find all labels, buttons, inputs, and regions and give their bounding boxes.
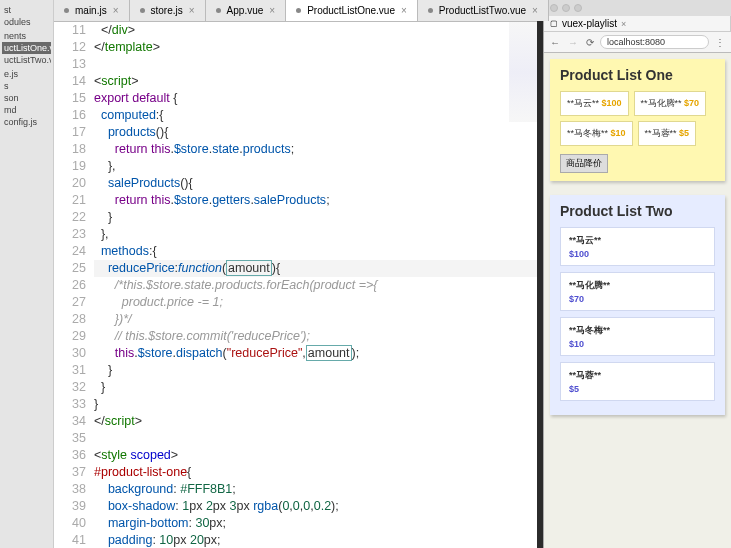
product-list-two: Product List Two **马云**$100**马化腾**$70**马… — [550, 195, 725, 415]
close-dot[interactable] — [550, 4, 558, 12]
file-icon — [296, 8, 301, 13]
product-grid: **马云** $100**马化腾** $70**马冬梅** $10**马蓉** … — [560, 91, 715, 146]
code-editor: main.js×store.js×App.vue×ProductListOne.… — [54, 0, 537, 548]
editor-tabs: main.js×store.js×App.vue×ProductListOne.… — [54, 0, 537, 22]
product-list-item: **马冬梅**$10 — [560, 317, 715, 356]
product-price: $5 — [569, 384, 706, 394]
file-tree-item[interactable]: son — [2, 92, 51, 104]
address-bar[interactable]: localhost:8080 — [600, 35, 709, 49]
product-price: $10 — [569, 339, 706, 349]
close-icon[interactable]: × — [189, 5, 195, 16]
browser-pane: ▢ vuex-playlist × ← → ⟳ localhost:8080 ⋮… — [543, 0, 731, 548]
product-name: **马冬梅** — [569, 324, 706, 337]
close-icon[interactable]: × — [269, 5, 275, 16]
product-card: **马化腾** $70 — [634, 91, 707, 116]
reduce-price-button[interactable]: 商品降价 — [560, 154, 608, 173]
product-list-item: **马蓉**$5 — [560, 362, 715, 401]
tab-label: App.vue — [227, 5, 264, 16]
line-gutter: 1112131415161718192021222324252627282930… — [54, 22, 94, 548]
close-icon[interactable]: × — [532, 5, 538, 16]
editor-tab[interactable]: App.vue× — [206, 0, 287, 21]
product-price: $100 — [602, 98, 622, 108]
editor-tab[interactable]: main.js× — [54, 0, 130, 21]
file-tree-item[interactable]: nents — [2, 30, 51, 42]
close-icon[interactable]: × — [621, 19, 626, 29]
product-price: $70 — [569, 294, 706, 304]
file-tree-item[interactable]: odules — [2, 16, 51, 28]
file-tree-item[interactable]: config.js — [2, 116, 51, 128]
close-icon[interactable]: × — [113, 5, 119, 16]
file-icon — [428, 8, 433, 13]
back-icon[interactable]: ← — [548, 37, 562, 48]
file-tree-item[interactable]: uctListOne.vue — [2, 42, 51, 54]
product-name: **马化腾** — [641, 98, 682, 108]
product-list-item: **马化腾**$70 — [560, 272, 715, 311]
max-dot[interactable] — [574, 4, 582, 12]
browser-tab-bar: ▢ vuex-playlist × — [544, 16, 731, 31]
product-list-one: Product List One **马云** $100**马化腾** $70*… — [550, 59, 725, 181]
browser-tab-title: vuex-playlist — [562, 18, 617, 29]
tab-icon: ▢ — [550, 19, 558, 28]
file-icon — [140, 8, 145, 13]
editor-tab[interactable]: store.js× — [130, 0, 206, 21]
product-price: $5 — [679, 128, 689, 138]
forward-icon[interactable]: → — [566, 37, 580, 48]
product-name: **马蓉** — [569, 369, 706, 382]
file-explorer[interactable]: stodulesnentsuctListOne.vueuctListTwo.vu… — [0, 0, 54, 548]
panel-title: Product List Two — [560, 203, 715, 219]
file-tree-item[interactable]: s — [2, 80, 51, 92]
tab-label: store.js — [151, 5, 183, 16]
product-name: **马化腾** — [569, 279, 706, 292]
product-card: **马冬梅** $10 — [560, 121, 633, 146]
product-price: $100 — [569, 249, 706, 259]
browser-chrome: ▢ vuex-playlist × ← → ⟳ localhost:8080 ⋮ — [544, 0, 731, 53]
browser-tab[interactable]: ▢ vuex-playlist × — [544, 16, 731, 31]
tab-label: ProductListOne.vue — [307, 5, 395, 16]
tab-label: ProductListTwo.vue — [439, 5, 526, 16]
file-tree-item[interactable]: e.js — [2, 68, 51, 80]
minimap[interactable] — [509, 22, 537, 122]
product-name: **马蓉** — [645, 128, 677, 138]
panel-title: Product List One — [560, 67, 715, 83]
file-tree-item[interactable]: md — [2, 104, 51, 116]
product-card: **马蓉** $5 — [638, 121, 697, 146]
file-tree-item[interactable]: st — [2, 4, 51, 16]
product-price: $70 — [684, 98, 699, 108]
tab-label: main.js — [75, 5, 107, 16]
close-icon[interactable]: × — [401, 5, 407, 16]
product-name: **马冬梅** — [567, 128, 608, 138]
product-price: $10 — [611, 128, 626, 138]
code-content[interactable]: </div></template> <script>export default… — [94, 22, 537, 548]
min-dot[interactable] — [562, 4, 570, 12]
editor-tab[interactable]: ProductListTwo.vue× — [418, 0, 549, 21]
file-icon — [216, 8, 221, 13]
reload-icon[interactable]: ⟳ — [584, 37, 596, 48]
product-name: **马云** — [569, 234, 706, 247]
editor-tab[interactable]: ProductListOne.vue× — [286, 0, 418, 21]
address-bar-row: ← → ⟳ localhost:8080 ⋮ — [544, 31, 731, 52]
window-controls[interactable] — [544, 0, 731, 16]
file-icon — [64, 8, 69, 13]
product-card: **马云** $100 — [560, 91, 629, 116]
page-content: Product List One **马云** $100**马化腾** $70*… — [544, 53, 731, 548]
file-tree-item[interactable]: uctListTwo.vue — [2, 54, 51, 66]
code-area[interactable]: 1112131415161718192021222324252627282930… — [54, 22, 537, 548]
product-name: **马云** — [567, 98, 599, 108]
product-list-item: **马云**$100 — [560, 227, 715, 266]
menu-icon[interactable]: ⋮ — [713, 37, 727, 48]
